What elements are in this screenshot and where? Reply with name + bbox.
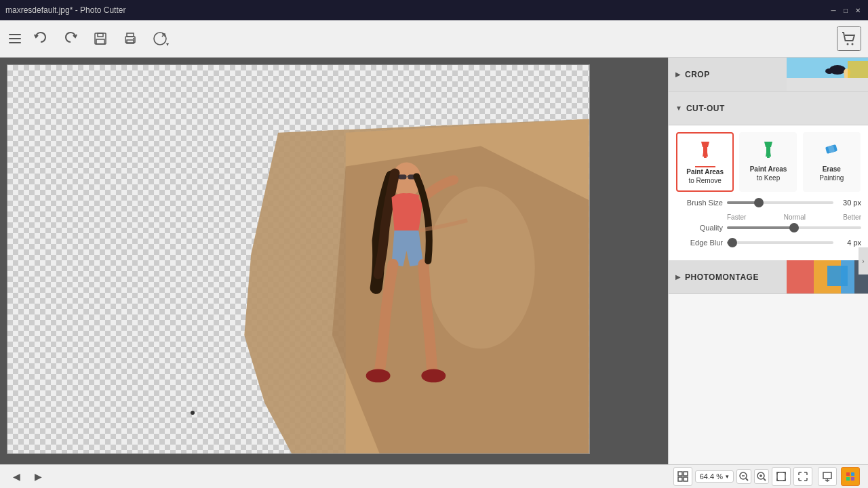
svg-rect-44 (678, 477, 682, 481)
svg-point-23 (825, 68, 833, 74)
svg-point-6 (133, 38, 134, 39)
photomontage-title: PHOTOMONTAGE (685, 272, 759, 282)
zoom-in-button[interactable] (754, 469, 769, 484)
quality-row: Quality (675, 224, 861, 232)
svg-rect-2 (96, 39, 104, 44)
titlebar: maxresdefault.jpg* - Photo Cutter ─ □ ✕ (0, 0, 868, 20)
edge-blur-row: Edge Blur 4 px (675, 239, 861, 247)
crop-section-header[interactable]: ▶ CROP (669, 58, 868, 92)
cutout-title: CUT-OUT (686, 104, 725, 113)
layers-icon (845, 471, 856, 482)
edge-blur-thumb[interactable] (728, 238, 737, 247)
hamburger-line (9, 38, 21, 39)
svg-rect-67 (851, 477, 854, 481)
svg-rect-27 (787, 78, 868, 91)
brush-size-thumb[interactable] (754, 198, 764, 207)
zoom-out-button[interactable] (736, 469, 751, 484)
quality-fill (727, 226, 794, 229)
quality-normal-label: Normal (784, 214, 806, 221)
canvas-area[interactable] (0, 58, 668, 464)
paint-remove-icon (696, 139, 715, 162)
brush-size-row: Brush Size 30 px (675, 199, 861, 207)
toolbar: ▾ (0, 20, 868, 58)
export-button[interactable] (818, 467, 837, 486)
svg-line-48 (746, 479, 748, 481)
undo-button[interactable] (28, 26, 53, 51)
zoom-control: 64.4 % ▾ (673, 467, 812, 486)
erase-label: Erase Painting (819, 165, 844, 182)
erase-icon (822, 139, 841, 162)
redo-button[interactable] (58, 26, 83, 51)
share-button[interactable]: ▾ (148, 26, 172, 51)
svg-point-8 (847, 43, 849, 45)
edge-blur-value: 4 px (837, 239, 861, 247)
panel-expand-arrow[interactable]: › (859, 247, 868, 274)
svg-rect-66 (846, 477, 850, 481)
edge-blur-label: Edge Blur (675, 239, 723, 247)
quality-label: Quality (675, 224, 723, 232)
export-icon (822, 471, 833, 482)
minimize-button[interactable]: ─ (829, 5, 838, 15)
quality-slider[interactable] (727, 226, 861, 229)
undo-icon (33, 31, 48, 46)
cutout-controls: Paint Areas to Remove (669, 125, 868, 260)
paint-remove-tool[interactable]: Paint Areas to Remove (676, 132, 734, 192)
svg-rect-43 (684, 472, 688, 476)
statusbar-right (818, 467, 860, 486)
menu-button[interactable] (7, 30, 23, 47)
svg-rect-65 (851, 472, 854, 476)
brush-size-value: 30 px (837, 199, 861, 207)
layers-button[interactable] (841, 467, 860, 486)
svg-rect-1 (98, 33, 103, 37)
quality-thumb[interactable] (789, 223, 799, 232)
hamburger-line (9, 42, 21, 43)
paint-remove-label: Paint Areas to Remove (686, 167, 724, 185)
svg-rect-15 (398, 174, 406, 179)
svg-rect-62 (823, 472, 831, 479)
hamburger-line (9, 34, 21, 35)
zoom-display[interactable]: 64.4 % ▾ (695, 470, 734, 483)
svg-rect-5 (127, 40, 134, 43)
zoom-out-icon (738, 471, 749, 482)
svg-point-13 (427, 186, 534, 348)
save-button[interactable] (88, 26, 113, 51)
svg-point-18 (366, 369, 391, 382)
next-button[interactable]: ▶ (30, 468, 46, 485)
zoom-dropdown-icon: ▾ (726, 473, 729, 480)
cart-icon (841, 30, 857, 47)
print-button[interactable] (118, 26, 142, 51)
crop-thumbnail (787, 58, 868, 91)
close-button[interactable]: ✕ (853, 5, 863, 15)
quality-labels: Faster Normal Better (675, 214, 861, 224)
edge-blur-slider[interactable] (727, 241, 833, 244)
svg-rect-64 (846, 472, 850, 476)
svg-rect-4 (127, 33, 134, 37)
save-icon (93, 31, 108, 46)
maximize-button[interactable]: □ (841, 5, 850, 15)
erase-tool[interactable]: Erase Painting (803, 132, 861, 192)
prev-button[interactable]: ◀ (8, 468, 24, 485)
crop-arrow: ▶ (675, 70, 681, 78)
svg-line-52 (764, 479, 766, 481)
brush-size-slider[interactable] (727, 201, 833, 204)
titlebar-title: maxresdefault.jpg* - Photo Cutter (5, 5, 125, 15)
statusbar: ◀ ▶ 64.4 % ▾ (0, 464, 868, 488)
print-icon (123, 31, 138, 46)
svg-rect-32 (766, 147, 770, 152)
fit-to-window-button[interactable] (772, 467, 791, 486)
canvas-container (7, 64, 590, 454)
fit-to-window-icon (776, 471, 787, 482)
titlebar-controls: ─ □ ✕ (829, 5, 863, 15)
svg-rect-37 (787, 260, 814, 293)
cart-button[interactable] (837, 26, 861, 51)
cutout-section-header[interactable]: ▼ CUT-OUT (669, 92, 868, 125)
quality-better-label: Better (843, 214, 861, 221)
svg-rect-41 (827, 266, 848, 286)
svg-rect-53 (777, 472, 785, 481)
fill-to-window-button[interactable] (793, 467, 812, 486)
paint-keep-tool[interactable]: Paint Areas to Keep (739, 132, 797, 192)
svg-rect-42 (678, 472, 682, 476)
photomontage-section-header[interactable]: ▶ PHOTOMONTAGE (669, 260, 868, 294)
fit-button[interactable] (673, 467, 692, 486)
zoom-value: 64.4 % (700, 472, 723, 481)
